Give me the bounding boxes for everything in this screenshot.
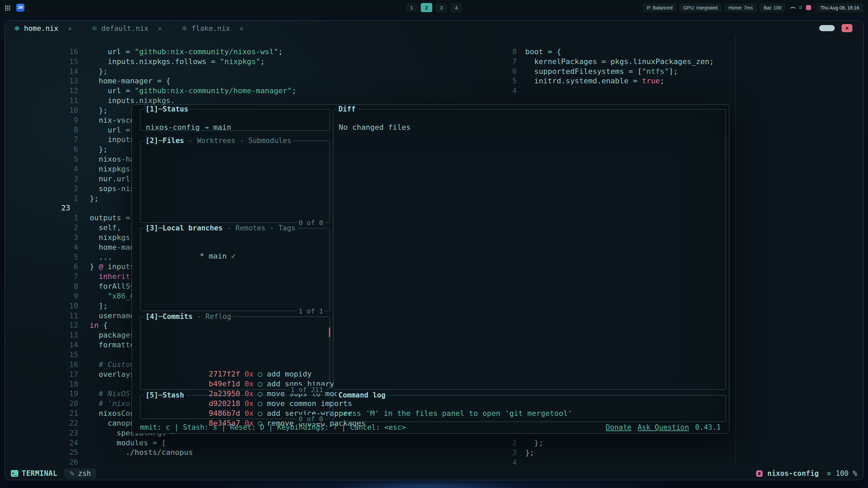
scrollback-list-icon[interactable]: ≡ [827,469,831,477]
lazygit-commits-panel[interactable]: [4]─Commits - Reflog 2717f2f0x○add mopid… [140,317,330,390]
code-text: }; [525,439,543,447]
code-text: ./hosts/canopus [90,448,193,456]
keybinding-hints: mmit: c | Stash: s | Reset: D | Keybindi… [140,422,406,432]
editor-area: 16 url = "github:nix-community/nixos-wsl… [5,36,863,467]
editor-tab[interactable]: ❄ flake.nix × [182,24,244,33]
metric-readout: GPU: Integrated [679,3,722,12]
statusbar-right: nixos-config ≡ 100 % [756,469,857,477]
line-number: 6 [56,262,78,272]
line-number: 11 [56,311,78,321]
repo-branch-status: nixos-config → main [146,123,231,131]
panel-title: Command log [337,391,387,400]
terminal-mode-icon: >_ [11,470,18,477]
window-pill-button[interactable] [819,25,835,31]
line-number: 11 [56,96,78,106]
commit-hash: 2717f2f [209,370,240,378]
donate-link[interactable]: Donate [606,422,632,432]
lazygit-keybindings-bar: mmit: c | Stash: s | Reset: D | Keybindi… [140,422,721,432]
tab-close-icon[interactable]: × [158,24,162,33]
system-tray: 0 [789,5,813,11]
code-text: }; [90,106,107,115]
line-number: 4 [56,243,78,252]
editor-tab[interactable]: ❄ home.nix × [14,24,72,33]
window-close-button[interactable]: × [842,24,852,32]
notification-count-icon[interactable]: 0 [799,5,802,10]
panel-count: 0 of 0 [297,415,325,423]
code-text: url = "github:nix-community/nixos-wsl"; [90,47,283,56]
line-number: 26 [56,458,78,467]
editor-tab[interactable]: ❄ default.nix × [92,24,162,33]
line-number: 9 [56,116,78,125]
session-icon [756,470,763,477]
code-text: }; [525,448,534,457]
workspace-chip[interactable]: 4 [451,3,462,12]
workspace-chip[interactable]: 1 [406,3,417,12]
line-number: 1 [56,213,78,223]
commits-scrollbar-thumb[interactable] [329,327,330,337]
line-number: 12 [56,321,78,330]
tab-close-icon[interactable]: × [68,24,72,33]
wallpaper-glow [298,482,556,488]
code-text: boot = { [525,47,561,56]
shell-tab[interactable]: ✎ zsh [64,468,96,479]
branch-row[interactable]: * main ✓ [200,252,236,260]
line-number: 20 [56,399,78,409]
panel-title: [4]─Commits - Reflog [144,312,233,321]
scroll-percentage: 100 % [836,469,857,477]
line-number: 24 [56,438,78,448]
ask-question-link[interactable]: Ask Question [637,422,689,432]
commit-author: 0x [244,380,254,388]
code-text: in { [90,321,107,329]
lazygit-links: Donate Ask Question 0.43.1 [606,422,721,432]
line-number: 4 [56,164,78,174]
line-number: 25 [56,448,78,458]
code-text: url = "github:nix-community/home-manager… [90,86,296,95]
line-number: 10 [56,301,78,311]
accent-dot-icon[interactable] [806,5,811,10]
workspace-chip[interactable]: 2 [421,3,432,12]
metric-readout: Bat: 100 [760,3,785,12]
lazygit-stash-panel[interactable]: [5]─Stash 0 of 0 [140,395,330,419]
workspace-chip[interactable]: 3 [436,3,447,12]
line-number: 2 [503,438,517,448]
wifi-icon[interactable] [790,5,796,11]
code-text: supportedFilesystems = ["ntfs"]; [525,67,678,76]
commit-graph-icon: ○ [258,380,262,388]
tab-close-icon[interactable]: × [239,24,243,33]
topbar-left: JW [5,4,24,12]
line-number: 22 [56,419,78,428]
line-number: 5 [56,252,78,262]
line-number: 15 [56,57,78,67]
line-number: 3 [503,448,517,458]
logo-badge[interactable]: JW [16,4,24,12]
lazygit-diff-panel[interactable]: Diff No changed files [333,109,726,390]
code-text: }; [90,194,99,203]
tab-label: home.nix [24,24,58,33]
line-number: 8 [56,282,78,291]
code-text: ... [90,253,112,261]
code-text: }; [90,145,107,154]
lazygit-files-panel[interactable]: [2]─Files - Worktrees - Submodules 0 of … [140,141,330,223]
panel-title: [1]─Status [144,105,190,114]
nix-snowflake-icon: ❄ [182,24,188,33]
edit-icon: ✎ [70,470,75,477]
panel-title: Diff [337,105,357,114]
panel-title: [2]─Files - Worktrees - Submodules [144,136,293,145]
diff-content: No changed files [339,123,411,131]
lazygit-command-log-panel[interactable]: Command log press 'M' in the files panel… [333,395,726,422]
lazygit-status-panel[interactable]: [1]─Status nixos-config → main [140,109,330,131]
panel-count: 1 of 211 [289,386,325,394]
code-text: ]; [90,302,107,310]
lazygit-branches-panel[interactable]: [3]─Local branches - Remotes - Tags * ma… [140,228,330,311]
tab-label: flake.nix [192,24,230,33]
shell-tab-label: zsh [78,469,91,477]
code-line: 8boot = { [446,37,863,47]
line-number: 16 [56,360,78,370]
line-number: 15 [56,350,78,360]
commit-message: add mopidy [267,370,312,378]
metric-readout: P: Balanced [643,3,677,12]
commit-row[interactable]: 2717f2f0x○add mopidy [146,359,324,369]
apps-grid-icon[interactable] [5,5,10,11]
line-number: 7 [56,135,78,145]
editor-tabs: ❄ home.nix × ❄ default.nix × ❄ flake.nix… [14,24,243,33]
